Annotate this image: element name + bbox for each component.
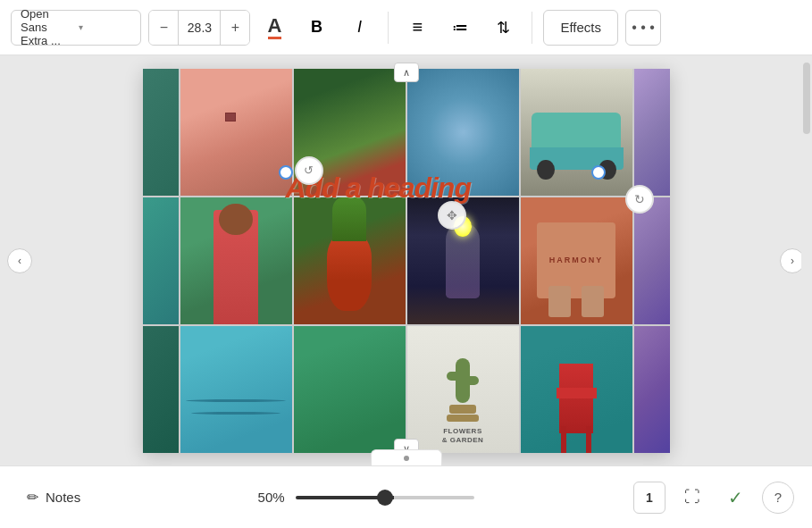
photo-cell-left-strip-mid[interactable] bbox=[143, 197, 179, 324]
canvas-area: ‹ › ∧ ∨ bbox=[0, 55, 812, 465]
vertical-scrollbar-thumb[interactable] bbox=[803, 63, 810, 134]
font-size-input[interactable] bbox=[178, 10, 221, 46]
help-icon: ? bbox=[774, 490, 782, 505]
photo-cell-left-strip-bottom[interactable] bbox=[143, 326, 179, 453]
font-size-control: − + bbox=[148, 10, 250, 46]
list-button[interactable]: ≔ bbox=[442, 10, 478, 46]
distribute-button[interactable]: ⇅ bbox=[485, 10, 521, 46]
move-icon: ✥ bbox=[447, 208, 457, 222]
photo-cell-cactus[interactable]: cactus flowers garden FLOWERS& GARDEN bbox=[407, 326, 519, 453]
photo-cell-wave-tattoo[interactable] bbox=[180, 326, 292, 453]
text-color-button[interactable]: A bbox=[257, 10, 291, 46]
arrow-up-icon: ∧ bbox=[403, 67, 410, 79]
canvas-up-button[interactable]: ∧ bbox=[394, 63, 419, 82]
photo-cell-left-strip-top[interactable] bbox=[143, 69, 179, 196]
font-size-decrease-button[interactable]: − bbox=[149, 10, 178, 46]
fullscreen-icon: ⛶ bbox=[684, 488, 700, 507]
more-options-button[interactable]: • • • bbox=[625, 10, 661, 46]
photo-cell-pink-building[interactable] bbox=[180, 69, 292, 196]
toolbar: Open Sans Extra ... ▾ − + A B I ≡ ≔ ⇅ Ef… bbox=[0, 0, 812, 55]
check-icon: ✓ bbox=[728, 487, 743, 508]
selection-handle-tl[interactable] bbox=[279, 165, 293, 180]
font-family-label: Open Sans Extra ... bbox=[21, 7, 73, 47]
font-family-selector[interactable]: Open Sans Extra ... ▾ bbox=[11, 10, 141, 46]
rotate-handle-button[interactable]: ↻ bbox=[625, 185, 654, 214]
bold-button[interactable]: B bbox=[298, 10, 334, 46]
photo-cell-car[interactable] bbox=[521, 69, 632, 196]
zoom-percent-label: 50% bbox=[249, 490, 285, 505]
toolbar-divider-1 bbox=[388, 12, 389, 44]
rotate-icon: ↻ bbox=[634, 192, 645, 206]
photo-collage-grid: HARMONY bbox=[143, 69, 670, 453]
toolbar-divider-2 bbox=[532, 12, 532, 44]
photo-cell-pineapple[interactable] bbox=[294, 197, 406, 324]
font-family-chevron-icon: ▾ bbox=[79, 22, 131, 32]
vertical-scrollbar[interactable] bbox=[801, 55, 812, 465]
photo-cell-wave-close[interactable] bbox=[294, 326, 406, 453]
pencil-icon: ✏ bbox=[27, 489, 38, 506]
photo-cell-woman[interactable] bbox=[180, 197, 292, 324]
notes-label: Notes bbox=[46, 490, 80, 505]
more-options-icon: • • • bbox=[632, 20, 655, 36]
zoom-slider[interactable] bbox=[296, 496, 474, 499]
present-button[interactable]: ✓ bbox=[719, 482, 751, 514]
arrow-right-icon: › bbox=[791, 255, 794, 267]
photo-cell-teal-chair[interactable] bbox=[521, 326, 632, 453]
italic-button[interactable]: I bbox=[341, 10, 377, 46]
align-button[interactable]: ≡ bbox=[399, 10, 435, 46]
bottom-toolbar: ✏ Notes 50% 1 ⛶ ✓ ? bbox=[0, 465, 812, 528]
help-button[interactable]: ? bbox=[762, 482, 794, 514]
canvas-prev-button[interactable]: ‹ bbox=[7, 248, 32, 273]
effects-button[interactable]: Effects bbox=[543, 10, 618, 46]
font-size-increase-button[interactable]: + bbox=[221, 10, 249, 46]
photo-cell-love-token[interactable]: HARMONY bbox=[521, 197, 632, 324]
building-window bbox=[225, 113, 236, 122]
zoom-slider-container bbox=[296, 496, 474, 499]
page-expand-tab[interactable] bbox=[371, 449, 442, 465]
text-color-letter: A bbox=[268, 16, 282, 39]
photo-cell-purple-bottom[interactable] bbox=[634, 326, 670, 453]
selection-handle-tr[interactable] bbox=[591, 165, 606, 180]
photo-cell-purple-top[interactable] bbox=[634, 69, 670, 196]
photo-cell-purple-mid[interactable] bbox=[634, 197, 670, 324]
page-number-button[interactable]: 1 bbox=[633, 482, 666, 514]
fullscreen-button[interactable]: ⛶ bbox=[676, 482, 708, 514]
refresh-icon: ↺ bbox=[304, 163, 314, 177]
arrow-left-icon: ‹ bbox=[18, 255, 21, 267]
page-tab-indicator bbox=[404, 456, 409, 461]
photo-cell-yarn[interactable] bbox=[407, 69, 519, 196]
cactus-flowers-text: cactus flowers garden FLOWERS& GARDEN bbox=[442, 427, 484, 446]
notes-button[interactable]: ✏ Notes bbox=[18, 483, 89, 511]
canvas-slide: HARMONY bbox=[143, 69, 670, 453]
refresh-handle-button[interactable]: ↺ bbox=[295, 156, 323, 185]
move-handle-button[interactable]: ✥ bbox=[438, 201, 466, 230]
